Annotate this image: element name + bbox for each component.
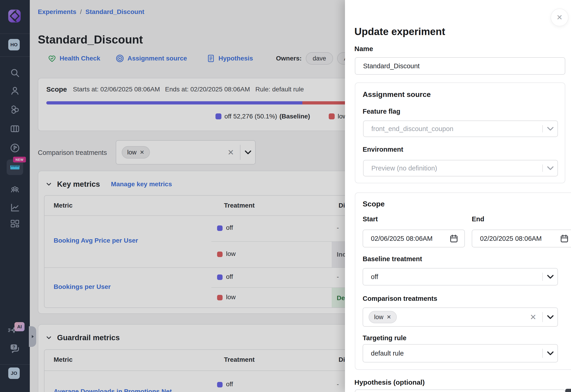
environment-value: Preview (no definition)	[371, 165, 437, 172]
select-divider	[542, 273, 543, 281]
select-divider	[542, 349, 543, 358]
baseline-treatment-select[interactable]: off	[363, 268, 558, 285]
start-date-value: 02/06/2025 08:06AM	[371, 235, 432, 242]
hypothesis-optional-label: Hypothesis (optional)	[354, 378, 425, 386]
start-date-input[interactable]: 02/06/2025 08:06AM	[363, 230, 465, 247]
name-input[interactable]: Standard_Discount	[355, 57, 565, 75]
update-experiment-drawer: Update experiment ✕ Name Standard_Discou…	[345, 0, 571, 392]
chip-remove-icon[interactable]: ✕	[387, 314, 391, 320]
name-value: Standard_Discount	[363, 62, 420, 70]
environment-select[interactable]: Preview (no definition)	[363, 160, 558, 176]
start-label: Start	[363, 215, 378, 223]
baseline-treatment-value: off	[371, 273, 378, 281]
assignment-source-title: Assignment source	[363, 90, 431, 99]
assignment-source-card: Assignment source Feature flag front_end…	[355, 83, 565, 183]
submit-button-edge[interactable]	[565, 389, 571, 392]
name-label: Name	[354, 45, 373, 53]
chevron-down-icon[interactable]	[545, 312, 556, 322]
select-divider	[542, 165, 543, 172]
scope-card: Scope Start End 02/06/2025 08:06AM 02/20…	[355, 193, 571, 370]
select-divider	[542, 125, 543, 132]
targeting-rule-select[interactable]: default rule	[363, 344, 558, 363]
treatment-chip-low[interactable]: low ✕	[369, 311, 397, 323]
calendar-icon[interactable]	[560, 234, 569, 243]
select-divider	[542, 312, 543, 322]
comparison-treatments-label: Comparison treatments	[363, 295, 437, 302]
drawer-title: Update experiment	[354, 26, 445, 37]
feature-flag-select[interactable]: front_end_discount_coupon	[363, 121, 558, 137]
close-icon: ✕	[557, 13, 563, 22]
environment-label: Environment	[363, 146, 403, 153]
baseline-treatment-label: Baseline treatment	[363, 255, 422, 263]
targeting-rule-value: default rule	[371, 350, 404, 357]
comparison-treatments-select[interactable]: low ✕ ✕	[363, 308, 558, 327]
feature-flag-label: Feature flag	[363, 108, 400, 115]
close-button[interactable]: ✕	[551, 9, 569, 26]
calendar-icon[interactable]	[449, 234, 458, 243]
feature-flag-value: front_end_discount_coupon	[371, 125, 453, 133]
chevron-down-icon[interactable]	[545, 271, 556, 282]
chevron-down-icon[interactable]	[545, 348, 556, 359]
targeting-rule-label: Targeting rule	[363, 334, 406, 342]
end-label: End	[472, 215, 484, 223]
clear-icon[interactable]: ✕	[530, 312, 537, 322]
chip-label: low	[374, 314, 384, 321]
chevron-down-icon	[545, 124, 556, 134]
hypothesis-input[interactable]	[355, 390, 565, 392]
end-date-value: 02/20/2025 08:06AM	[480, 235, 542, 242]
chevron-down-icon	[545, 163, 556, 173]
scope-title: Scope	[363, 200, 385, 208]
end-date-input[interactable]: 02/20/2025 08:06AM	[472, 230, 571, 247]
app-window: HO	[0, 0, 571, 392]
